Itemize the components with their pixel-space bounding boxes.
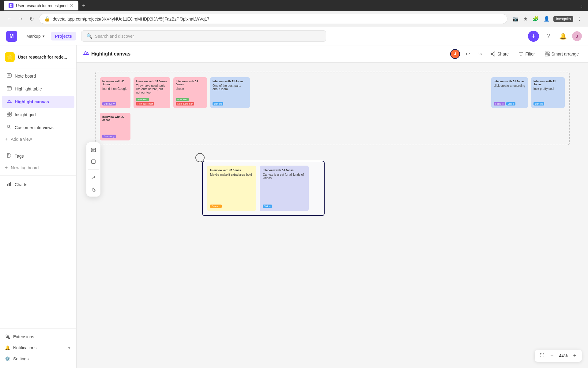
canvas-content[interactable]: Interview with JJ Jonas found it on Goog… bbox=[77, 63, 588, 368]
card-5-tags: Feature Video bbox=[494, 102, 526, 105]
card-8-text: Maybe make it extra large bold bbox=[210, 173, 253, 176]
notifications-expand-icon[interactable]: ▼ bbox=[67, 345, 71, 350]
card-6-text: look pretty cool bbox=[533, 87, 562, 90]
zoom-out-button[interactable]: − bbox=[548, 352, 556, 360]
undo-button[interactable]: ↩ bbox=[464, 49, 472, 59]
zoom-in-button[interactable]: + bbox=[571, 352, 578, 360]
canvas-user-avatar[interactable]: J bbox=[450, 49, 460, 59]
svg-rect-16 bbox=[9, 183, 10, 186]
reload-button[interactable]: ↻ bbox=[28, 14, 35, 24]
user-avatar[interactable]: J bbox=[572, 31, 582, 41]
search-bar[interactable]: 🔍 Search and discover bbox=[81, 30, 326, 42]
charts-label: Charts bbox=[15, 182, 70, 187]
svg-rect-33 bbox=[92, 160, 95, 163]
header-actions: + ? 🔔 J bbox=[528, 31, 582, 42]
card-2-interviewer: Interview with JJ Jonas bbox=[136, 80, 168, 83]
sidebar-notifications[interactable]: 🔔 Notifications ▼ bbox=[0, 342, 76, 353]
main-content: ⭐ User research for rede... Note board H… bbox=[0, 45, 588, 368]
nav-projects[interactable]: Projects bbox=[51, 32, 76, 40]
sidebar-add-view[interactable]: + Add a view bbox=[0, 134, 76, 144]
tab-favicon: D bbox=[9, 3, 13, 8]
card-8[interactable]: Interview with JJ Jonas Maybe make it ex… bbox=[207, 166, 256, 211]
card-2[interactable]: Interview with JJ Jonas They have used t… bbox=[134, 77, 170, 108]
svg-point-6 bbox=[8, 101, 9, 102]
sidebar-item-charts[interactable]: Charts bbox=[2, 178, 74, 191]
smart-arrange-button[interactable]: Smart arrange bbox=[542, 50, 582, 58]
card-1[interactable]: Interview with JJ Jonas found it on Goog… bbox=[100, 77, 130, 108]
extensions-icon: 🔌 bbox=[5, 334, 10, 339]
card-5[interactable]: Interview with JJ Jonas click create a r… bbox=[491, 77, 528, 108]
canvas-toolbar-right: J ↩ ↪ Share Filter Smart arrange bbox=[450, 49, 582, 59]
svg-rect-0 bbox=[7, 74, 11, 77]
tag-feature-8: Feature bbox=[210, 205, 222, 208]
sidebar: ⭐ User research for rede... Note board H… bbox=[0, 45, 77, 368]
svg-line-22 bbox=[492, 54, 494, 55]
svg-point-19 bbox=[491, 53, 492, 55]
search-placeholder: Search and discover bbox=[95, 34, 134, 39]
sidebar-item-note-board[interactable]: Note board bbox=[2, 70, 74, 82]
help-button[interactable]: ? bbox=[543, 31, 554, 42]
arrow-tool-button[interactable] bbox=[88, 172, 99, 182]
canvas-toolbar: Highlight canvas ··· J ↩ ↪ Share Filter bbox=[77, 45, 588, 63]
canvas-more-button[interactable]: ··· bbox=[133, 49, 142, 58]
charts-icon bbox=[7, 182, 12, 188]
share-button[interactable]: Share bbox=[488, 50, 512, 58]
tags-icon bbox=[7, 153, 12, 159]
new-tab-button[interactable]: + bbox=[80, 1, 88, 10]
app-header: M Markup ▼ Projects 🔍 Search and discove… bbox=[0, 27, 588, 45]
window-minimize[interactable]: ⋮ bbox=[579, 3, 584, 9]
sidebar-bottom: 🔌 Extensions 🔔 Notifications ▼ ⚙️ Settin… bbox=[0, 328, 76, 364]
canvas-title-section: Highlight canvas ··· bbox=[83, 49, 447, 58]
card-1-tags: Discovery bbox=[102, 102, 128, 105]
profile-icon[interactable]: 👤 bbox=[542, 15, 551, 23]
svg-rect-26 bbox=[545, 52, 547, 53]
back-button[interactable]: ← bbox=[5, 14, 13, 23]
sidebar-new-tag-board[interactable]: + New tag board bbox=[0, 163, 76, 173]
svg-point-11 bbox=[8, 125, 9, 127]
sidebar-item-insight-grid[interactable]: Insight grid bbox=[2, 109, 74, 121]
card-3[interactable]: Interview with JJ Jonas chose Free edit … bbox=[173, 77, 207, 108]
card-9-interviewer: Interview with JJ Jonas bbox=[263, 169, 306, 172]
canvas-area: Highlight canvas ··· J ↩ ↪ Share Filter bbox=[77, 45, 588, 368]
zoom-fit-button[interactable] bbox=[538, 351, 546, 360]
text-tool-button[interactable] bbox=[88, 145, 99, 155]
active-tab[interactable]: D User research for redesigned ✕ bbox=[4, 1, 78, 10]
address-input[interactable]: 🔒 dovetailapp.com/projects/3KV4yNUq11E8l… bbox=[39, 14, 507, 24]
app: M Markup ▼ Projects 🔍 Search and discove… bbox=[0, 27, 588, 368]
sidebar-item-tags[interactable]: Tags bbox=[2, 150, 74, 162]
camera-icon[interactable]: 📷 bbox=[511, 15, 520, 23]
sidebar-extensions[interactable]: 🔌 Extensions bbox=[0, 331, 76, 342]
filter-button[interactable]: Filter bbox=[515, 50, 538, 58]
sidebar-item-highlight-table[interactable]: Highlight table bbox=[2, 83, 74, 95]
rect-tool-button[interactable] bbox=[88, 156, 99, 167]
browser-chrome: D User research for redesigned ✕ + ⋮ bbox=[0, 0, 588, 11]
hand-tool-button[interactable] bbox=[88, 184, 99, 194]
toolbar-divider bbox=[88, 169, 99, 170]
settings-label: Settings bbox=[13, 356, 29, 361]
card-7[interactable]: Interview with JJ Jonas Discovery bbox=[100, 113, 130, 140]
tab-close-btn[interactable]: ✕ bbox=[70, 3, 74, 8]
card-9[interactable]: Interview with JJ Jonas Canvas is great … bbox=[260, 166, 309, 211]
notification-button[interactable]: 🔔 bbox=[557, 31, 568, 42]
sidebar-item-highlight-canvas[interactable]: Highlight canvas bbox=[2, 96, 74, 108]
sidebar-settings[interactable]: ⚙️ Settings bbox=[0, 353, 76, 364]
card-5-text: click create a recording bbox=[494, 84, 526, 87]
forward-button[interactable]: → bbox=[17, 14, 24, 23]
card-9-text: Canvas is great for all kinds of videos bbox=[263, 173, 306, 180]
tag-non-customer-3: Non-customer bbox=[176, 102, 194, 105]
card-gap bbox=[253, 77, 488, 108]
add-button[interactable]: + bbox=[528, 31, 539, 42]
nav-markup-label: Markup bbox=[26, 34, 41, 39]
bookmark-icon[interactable]: ★ bbox=[522, 15, 529, 23]
card-6[interactable]: Interview with JJ Jonas look pretty cool… bbox=[531, 77, 565, 108]
nav-markup[interactable]: Markup ▼ bbox=[22, 32, 50, 40]
sidebar-item-customer-interviews[interactable]: Customer interviews bbox=[2, 121, 74, 134]
card-4-interviewer: Interview with JJ Jonas bbox=[213, 80, 247, 83]
menu-icon[interactable]: ⋮ bbox=[576, 15, 583, 23]
extension-icon[interactable]: 🧩 bbox=[531, 15, 540, 23]
sidebar-project[interactable]: ⭐ User research for rede... bbox=[0, 49, 76, 67]
settings-icon: ⚙️ bbox=[5, 356, 10, 361]
card-4[interactable]: Interview with JJ Jonas One of the best … bbox=[210, 77, 250, 108]
redo-button[interactable]: ↪ bbox=[476, 49, 484, 59]
card-1-interviewer: Interview with JJ Jonas bbox=[102, 80, 128, 86]
